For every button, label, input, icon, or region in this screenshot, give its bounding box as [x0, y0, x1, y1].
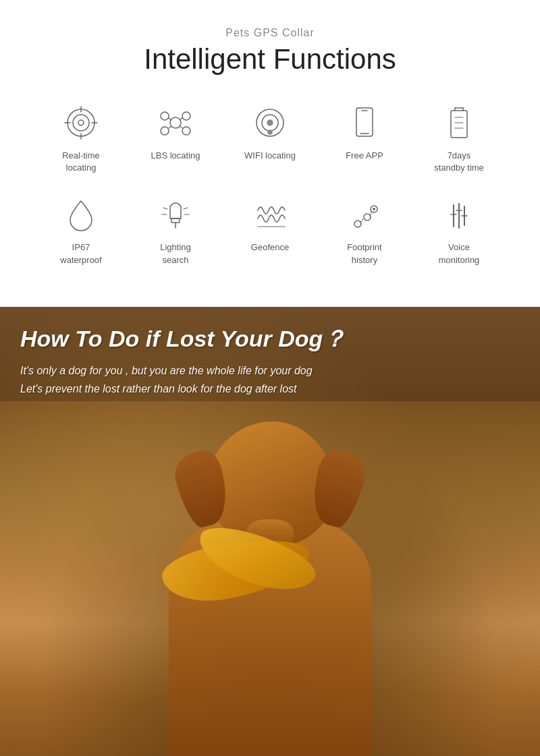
- svg-rect-23: [451, 111, 467, 138]
- icon-label-footprint: Footprinthistory: [347, 241, 381, 266]
- footprint-icon: [344, 194, 385, 235]
- battery-icon: [439, 103, 479, 143]
- icon-label-wifi: WIFI locating: [244, 150, 296, 162]
- equalizer-icon: [439, 194, 479, 235]
- icon-geofence: Geofence: [223, 194, 317, 266]
- svg-point-7: [170, 117, 181, 128]
- dog-silhouette: [142, 415, 398, 756]
- icon-lighting-search: Lightingsearch: [128, 194, 223, 266]
- icon-realtime-locating: Real-timelocating: [34, 103, 128, 174]
- svg-point-11: [182, 127, 190, 135]
- svg-point-19: [268, 130, 272, 134]
- svg-point-0: [68, 109, 94, 136]
- lbs-icon: [155, 103, 196, 143]
- subtitle: Pets GPS Collar: [14, 27, 526, 39]
- svg-line-32: [163, 208, 167, 209]
- text-overlay: How To Do if Lost Your Dog？ It's only a …: [0, 307, 540, 415]
- bottom-subtext1: It's only a dog for you , but you are th…: [20, 361, 520, 380]
- icon-free-app: Free APP: [317, 103, 412, 174]
- svg-line-33: [184, 208, 188, 209]
- svg-line-15: [180, 126, 182, 128]
- phone-icon: [344, 103, 385, 143]
- icon-label-geofence: Geofence: [251, 241, 289, 254]
- svg-point-18: [267, 120, 273, 125]
- icon-label-ip67: IP67waterproof: [60, 241, 101, 266]
- main-title: Intelligent Functions: [14, 43, 526, 76]
- svg-point-1: [73, 115, 89, 131]
- water-icon: [61, 194, 101, 235]
- svg-point-10: [161, 127, 169, 135]
- geofence-icon: [250, 194, 290, 235]
- icon-label-standby: 7daysstandby time: [434, 150, 484, 174]
- icon-label-app: Free APP: [346, 150, 383, 162]
- bottom-headline: How To Do if Lost Your Dog？: [20, 324, 520, 355]
- svg-rect-30: [171, 219, 180, 223]
- svg-rect-20: [356, 108, 373, 136]
- icon-wifi-locating: WIFI locating: [223, 103, 317, 174]
- svg-point-38: [364, 214, 371, 221]
- svg-point-37: [354, 221, 361, 227]
- svg-point-40: [373, 208, 375, 210]
- icon-label-voice: Voicemonitoring: [439, 241, 480, 266]
- icon-standby-time: 7daysstandby time: [412, 103, 506, 174]
- icon-label-realtime: Real-timelocating: [62, 150, 100, 174]
- icon-label-lbs: LBS locating: [151, 150, 200, 162]
- dog-background: How To Do if Lost Your Dog？ It's only a …: [0, 307, 540, 756]
- svg-point-8: [161, 112, 169, 120]
- icon-label-lighting: Lightingsearch: [160, 241, 191, 266]
- icon-footprint-history: Footprinthistory: [317, 194, 412, 266]
- icons-grid: Real-timelocating LBS locating: [17, 103, 523, 287]
- icon-voice-monitoring: Voicemonitoring: [412, 194, 506, 266]
- icon-ip67: IP67waterproof: [34, 194, 128, 266]
- svg-point-2: [78, 120, 84, 125]
- top-section: Pets GPS Collar Intelligent Functions Re…: [0, 0, 540, 307]
- wifi-icon: [250, 103, 290, 143]
- svg-line-14: [169, 126, 171, 128]
- target-icon: [61, 103, 101, 143]
- lamp-icon: [155, 194, 196, 235]
- bottom-section: How To Do if Lost Your Dog？ It's only a …: [0, 307, 540, 756]
- svg-point-9: [182, 112, 190, 120]
- bottom-subtext2: Let's prevent the lost rather than look …: [20, 380, 520, 398]
- icon-lbs-locating: LBS locating: [128, 103, 223, 174]
